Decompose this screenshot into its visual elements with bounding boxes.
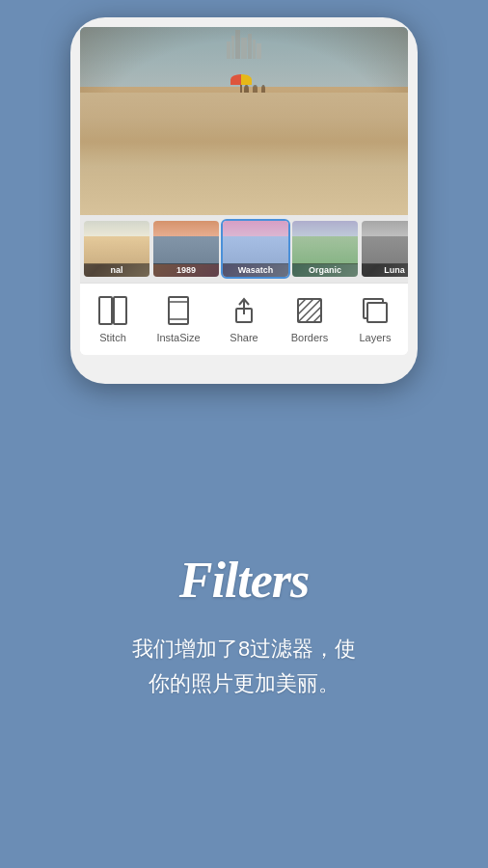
- svg-line-11: [306, 307, 321, 322]
- svg-line-12: [313, 314, 321, 322]
- filter-strip: nal 1989 W: [80, 215, 408, 283]
- filter-nal-label: nal: [84, 263, 149, 277]
- svg-rect-2: [169, 297, 188, 324]
- filter-1989-label: 1989: [153, 263, 219, 277]
- svg-rect-14: [367, 303, 387, 322]
- filter-organic-label: Organic: [292, 263, 358, 277]
- instasize-icon: [161, 293, 196, 328]
- stitch-label: Stitch: [99, 332, 126, 343]
- toolbar: Stitch InstaSize: [80, 283, 408, 355]
- filter-wasatch-label: Wasatch: [223, 263, 288, 277]
- layers-label: Layers: [359, 332, 391, 343]
- share-icon: [227, 293, 261, 328]
- filters-description: 我们增加了8过滤器，使你的照片更加美丽。: [132, 632, 356, 699]
- filter-nal[interactable]: nal: [84, 221, 149, 277]
- instasize-label: InstaSize: [156, 332, 200, 343]
- phone-shell: nal 1989 W: [70, 17, 418, 384]
- filter-wasatch[interactable]: Wasatch: [223, 221, 288, 277]
- stitch-button[interactable]: Stitch: [84, 293, 142, 343]
- layers-button[interactable]: Layers: [346, 293, 404, 343]
- svg-rect-1: [114, 297, 126, 324]
- svg-rect-0: [99, 297, 112, 324]
- beach-photo: [80, 27, 408, 215]
- beach-elements: [80, 27, 408, 215]
- phone-screen: nal 1989 W: [80, 27, 408, 355]
- filter-1989[interactable]: 1989: [153, 221, 219, 277]
- borders-icon: [292, 293, 327, 328]
- bottom-section: Filters 我们增加了8过滤器，使你的照片更加美丽。: [113, 384, 375, 868]
- layers-icon: [358, 293, 393, 328]
- share-label: Share: [230, 332, 258, 343]
- borders-button[interactable]: Borders: [281, 293, 339, 343]
- svg-line-9: [298, 299, 313, 314]
- stitch-icon: [95, 293, 130, 328]
- filter-luna[interactable]: Luna: [362, 221, 408, 277]
- svg-line-8: [298, 299, 306, 307]
- borders-label: Borders: [291, 332, 329, 343]
- share-button[interactable]: Share: [215, 293, 273, 343]
- filters-title: Filters: [179, 552, 310, 609]
- filter-luna-label: Luna: [362, 263, 408, 277]
- filter-organic[interactable]: Organic: [292, 221, 358, 277]
- instasize-button[interactable]: InstaSize: [149, 293, 207, 343]
